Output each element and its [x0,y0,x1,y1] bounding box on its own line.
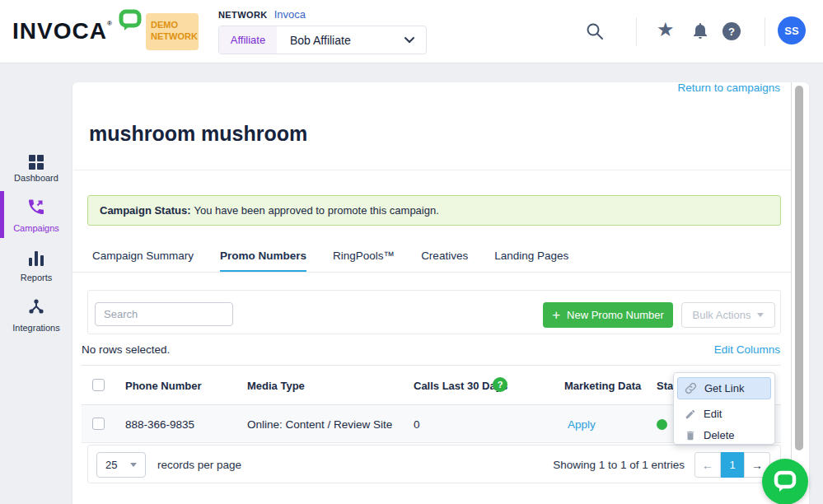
new-promo-number-label: New Promo Number [567,309,664,321]
trash-icon [684,429,696,441]
plus-icon: + [552,308,560,322]
top-header: INVOCA® DEMO NETWORK NETWORK Invoca Affi… [0,0,823,63]
sidebar-item-dashboard[interactable]: Dashboard [0,150,72,183]
demo-network-badge: DEMO NETWORK [146,13,199,50]
integrations-icon [26,296,46,316]
menu-item-edit[interactable]: Edit [677,403,771,425]
menu-item-label: Delete [704,429,735,441]
logo-chat-bubble-icon [118,8,143,36]
sidebar-item-label: Reports [0,273,72,282]
tab-bar: Campaign Summary Promo Numbers RingPools… [92,247,568,273]
caret-down-icon [130,463,137,467]
link-icon [685,382,697,394]
badge-line1: DEMO [151,19,194,30]
new-promo-number-button[interactable]: + New Promo Number [543,302,673,328]
records-per-page-label: records per page [157,459,241,471]
sidebar-nav: Dashboard Campaigns Reports Integrations… [0,63,72,504]
sidebar-item-label: Campaigns [0,223,72,233]
menu-item-delete[interactable]: Delete [677,424,771,446]
status-banner-text: You have been approved to promote this c… [194,204,439,217]
favorites-star-icon[interactable]: ★ [657,18,675,41]
page-size-select[interactable]: 25 [96,452,146,478]
network-name-link[interactable]: Invoca [274,8,306,21]
menu-item-get-link[interactable]: Get Link [677,377,771,399]
column-header-media-type[interactable]: Media Type [247,380,305,392]
chat-launcher-button[interactable] [762,459,808,504]
bulk-actions-label: Bulk Actions [693,309,751,321]
select-all-checkbox[interactable] [92,379,105,391]
campaigns-phone-icon [26,197,46,217]
pencil-icon [684,408,696,420]
caret-down-icon [757,313,764,317]
sidebar-item-integrations[interactable]: Integrations [0,296,72,333]
tab-campaign-summary[interactable]: Campaign Summary [92,247,194,273]
dashboard-icon [29,155,44,170]
scrollbar-thumb[interactable] [795,86,803,450]
cell-phone-number: 888-366-9835 [125,418,194,431]
edit-columns-link[interactable]: Edit Columns [714,343,780,356]
affiliate-label: Affiliate [219,26,277,54]
status-active-dot [657,419,667,430]
header-divider [765,17,765,46]
sidebar-item-reports[interactable]: Reports [0,251,72,282]
network-row: NETWORK Invoca [218,8,306,21]
pagination-prev-button[interactable]: ← [694,452,721,478]
row-checkbox[interactable] [92,418,105,430]
return-to-campaigns-link[interactable]: Return to campaigns [677,82,780,94]
sidebar-item-label: Integrations [0,323,72,333]
chat-bubble-icon [771,468,799,496]
table-footer: 25 records per page Showing 1 to 1 of 1 … [87,445,781,483]
affiliate-selector[interactable]: Affiliate Bob Affiliate [218,26,427,54]
promo-toolbar: + New Promo Number Bulk Actions [87,290,781,334]
logo-text: INVOCA [12,18,107,44]
bulk-actions-button[interactable]: Bulk Actions [681,302,775,328]
chevron-down-icon [404,26,426,54]
reports-icon [29,251,44,266]
tab-landing-pages[interactable]: Landing Pages [494,247,568,273]
selection-status-text: No rows selected. [82,343,170,356]
notifications-bell-icon[interactable] [690,21,710,44]
tab-creatives[interactable]: Creatives [421,247,468,273]
network-label: NETWORK [218,10,268,20]
header-divider [636,17,637,46]
campaign-status-banner: Campaign Status: You have been approved … [87,195,781,226]
logo-registered-mark: ® [107,20,113,27]
search-input[interactable] [95,302,233,326]
divider [72,272,791,273]
cell-media-type: Online: Content / Review Site [247,418,392,431]
menu-item-label: Get Link [704,382,744,394]
status-banner-label: Campaign Status: [100,204,191,217]
invoca-logo: INVOCA® [12,18,113,44]
column-header-phone-number[interactable]: Phone Number [125,380,201,392]
cell-calls-last-30-days: 0 [414,418,420,431]
affiliate-value: Bob Affiliate [277,26,404,54]
user-avatar[interactable]: SS [778,16,806,44]
tab-promo-numbers[interactable]: Promo Numbers [220,247,306,273]
pagination-page-1[interactable]: 1 [721,452,744,478]
sidebar-item-label: Dashboard [0,173,72,183]
page-title: mushroom mushroom [89,122,307,146]
page-size-value: 25 [105,459,117,471]
showing-entries-text: Showing 1 to 1 of 1 entries [553,459,685,471]
apply-marketing-data-link[interactable]: Apply [568,418,596,431]
divider [74,170,791,170]
badge-line2: NETWORK [151,30,194,42]
tab-ringpools[interactable]: RingPools™ [333,247,395,273]
row-actions-menu: Get Link Edit Delete [673,372,775,445]
sidebar-item-campaigns[interactable]: Campaigns [0,197,72,233]
app-window: INVOCA® DEMO NETWORK NETWORK Invoca Affi… [0,0,823,504]
help-icon[interactable]: ? [722,22,741,40]
column-help-icon[interactable]: ? [493,377,507,392]
search-icon[interactable] [585,21,605,44]
column-header-marketing-data[interactable]: Marketing Data [564,380,641,392]
scrollbar-track [791,82,792,504]
menu-item-label: Edit [704,408,722,420]
